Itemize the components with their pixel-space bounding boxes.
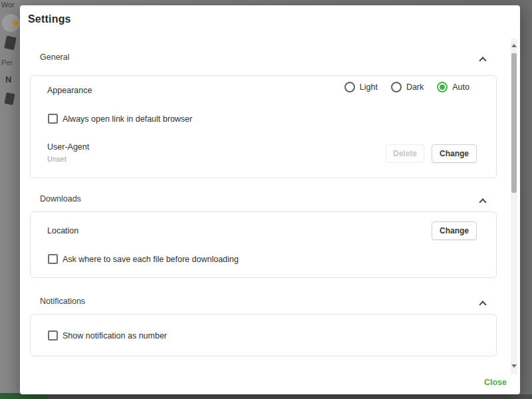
chevron-up-icon [479,301,486,308]
section-header-downloads: Downloads [40,194,81,203]
radio-light-label: Light [360,82,378,92]
show-number-checkbox-label: Show notification as number [63,331,167,340]
bg-avatar-badge [13,20,19,26]
user-agent-label: User-Agent [47,142,89,152]
user-agent-value: Unset [47,155,66,163]
ask-save-checkbox-label: Ask where to save each file before downl… [63,255,239,264]
bg-item-label: N [5,74,11,84]
scroll-down-arrow-icon[interactable] [511,364,517,368]
radio-auto-label: Auto [452,82,469,92]
chevron-up-icon [479,57,486,64]
collapse-general-button[interactable] [476,55,489,65]
open-link-checkbox-label: Always open link in default browser [63,114,192,124]
bg-sidebar-icon-2 [4,92,15,105]
open-link-checkbox[interactable] [48,114,58,124]
downloads-card: Location Change Ask where to save each f… [30,211,497,278]
radio-light[interactable]: Light [344,82,378,92]
radio-auto-circle[interactable] [437,82,448,92]
collapse-downloads-button[interactable] [476,196,489,207]
bg-bottom-statusbar [49,394,532,399]
general-card: Appearance Light Dark Auto Always open l… [30,75,497,178]
settings-dialog: Settings General Appearance Light Dark A… [20,5,520,394]
section-header-general: General [40,53,69,62]
bg-sidebar-icon [4,36,17,51]
radio-dark-label: Dark [406,82,424,92]
scrollbar-thumb[interactable] [511,53,517,193]
modal-scrollbar[interactable] [511,39,517,374]
notifications-card: Show notification as number [30,314,497,356]
location-label: Location [47,226,78,235]
appearance-label: Appearance [47,86,92,95]
scroll-up-arrow-icon[interactable] [511,44,517,47]
collapse-notifications-button[interactable] [476,299,489,309]
ask-save-checkbox[interactable] [48,254,58,264]
page-title: Settings [28,13,71,25]
radio-auto[interactable]: Auto [437,82,469,92]
radio-dark[interactable]: Dark [391,82,424,92]
user-agent-change-button[interactable]: Change [432,144,477,163]
show-number-checkbox[interactable] [48,331,58,340]
location-change-button[interactable]: Change [432,221,477,240]
bg-avatar [2,14,20,32]
radio-light-circle[interactable] [344,82,355,92]
section-header-notifications: Notifications [40,297,85,306]
close-button[interactable]: Close [484,378,507,387]
bg-personal-label: Per [1,59,13,66]
radio-dark-circle[interactable] [391,82,402,92]
user-agent-delete-button[interactable]: Delete [386,144,424,163]
bg-workspace-label: Wor [1,1,15,9]
appearance-radio-group: Light Dark Auto [344,82,469,92]
chevron-up-icon [479,198,486,205]
